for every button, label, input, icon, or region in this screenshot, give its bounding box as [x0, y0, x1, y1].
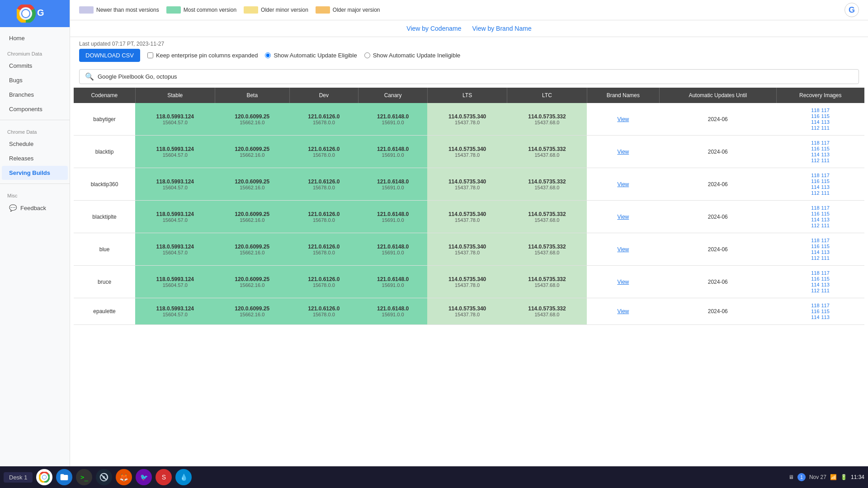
search-bar[interactable]: 🔍: [79, 69, 859, 84]
show-eligible-radio[interactable]: [265, 52, 271, 58]
recovery-link[interactable]: 113: [821, 314, 830, 320]
taskbar-files-app[interactable]: [56, 469, 72, 485]
recovery-link[interactable]: 113: [821, 249, 830, 255]
feedback-label: Feedback: [20, 205, 46, 211]
recovery-link[interactable]: 117: [821, 238, 830, 243]
recovery-link[interactable]: 113: [821, 217, 830, 222]
recovery-link[interactable]: 112: [811, 288, 819, 293]
recovery-link[interactable]: 117: [821, 303, 830, 308]
legend-most-common-label: Most common version: [184, 7, 236, 13]
sidebar-item-releases[interactable]: Releases: [2, 151, 68, 165]
recovery-link[interactable]: 113: [821, 282, 830, 287]
sidebar-item-branches[interactable]: Branches: [2, 88, 68, 102]
download-csv-button[interactable]: DOWNLOAD CSV: [79, 49, 140, 62]
brand-view-link[interactable]: View: [617, 181, 629, 188]
recovery-link[interactable]: 116: [811, 244, 819, 249]
taskbar-steam-app[interactable]: [96, 469, 112, 485]
recovery-link[interactable]: 112: [811, 255, 819, 261]
recovery-link[interactable]: 116: [811, 113, 819, 119]
brand-view-link[interactable]: View: [617, 246, 629, 253]
show-ineligible-radio[interactable]: [364, 52, 370, 58]
recovery-link[interactable]: 116: [811, 178, 819, 184]
recovery-link[interactable]: 114: [811, 152, 819, 157]
recovery-link[interactable]: 111: [821, 223, 830, 228]
taskbar-app7[interactable]: 💧: [175, 469, 192, 485]
show-ineligible-label-text: Show Automatic Update Ineligible: [373, 52, 461, 59]
taskbar-notification-badge: 1: [797, 473, 806, 481]
recovery-link[interactable]: 111: [821, 158, 830, 163]
recovery-link[interactable]: 111: [821, 255, 830, 261]
beta-cell: 120.0.6099.25 15662.16.0: [215, 298, 289, 325]
chromium-section-label: Chromium Data: [0, 46, 70, 58]
recovery-link[interactable]: 118: [811, 303, 819, 308]
brand-view-link[interactable]: View: [617, 149, 629, 155]
recovery-link[interactable]: 117: [821, 140, 830, 145]
brand-view-link[interactable]: View: [617, 308, 629, 314]
brand-cell: View: [587, 103, 659, 136]
brand-view-link[interactable]: View: [617, 279, 629, 285]
schedule-label: Schedule: [9, 141, 33, 147]
recovery-link[interactable]: 118: [811, 238, 819, 243]
recovery-link[interactable]: 112: [811, 223, 819, 228]
recovery-link[interactable]: 118: [811, 270, 819, 276]
recovery-link[interactable]: 112: [811, 190, 819, 196]
recovery-link[interactable]: 115: [821, 211, 830, 216]
recovery-link[interactable]: 114: [811, 119, 819, 125]
recovery-link[interactable]: 113: [821, 184, 830, 190]
enterprise-checkbox-label[interactable]: Keep enterprise pin columns expanded: [147, 52, 258, 59]
recovery-link[interactable]: 118: [811, 140, 819, 145]
taskbar-app4[interactable]: 🦊: [116, 469, 132, 485]
brand-view-link[interactable]: View: [617, 214, 629, 220]
show-ineligible-radio-label[interactable]: Show Automatic Update Ineligible: [364, 52, 461, 59]
taskbar-terminal-app[interactable]: >_: [76, 469, 92, 485]
taskbar-chrome-app[interactable]: [36, 469, 52, 485]
sidebar-item-serving-builds[interactable]: Serving Builds: [2, 166, 68, 180]
taskbar-app6[interactable]: S: [156, 469, 172, 485]
enterprise-checkbox[interactable]: [147, 52, 153, 58]
search-input[interactable]: [98, 73, 853, 80]
view-by-codename-link[interactable]: View by Codename: [406, 25, 461, 32]
recovery-link[interactable]: 116: [811, 309, 819, 314]
recovery-link[interactable]: 113: [821, 152, 830, 157]
recovery-link[interactable]: 111: [821, 190, 830, 196]
recovery-link[interactable]: 115: [821, 146, 830, 151]
recovery-link[interactable]: 114: [811, 282, 819, 287]
recovery-link[interactable]: 117: [821, 173, 830, 178]
recovery-link[interactable]: 115: [821, 244, 830, 249]
sidebar-item-commits[interactable]: Commits: [2, 59, 68, 73]
recovery-link[interactable]: 117: [821, 205, 830, 211]
sidebar-item-home[interactable]: Home: [2, 31, 68, 45]
ltc-cell: 114.0.5735.332 15437.68.0: [507, 136, 587, 168]
taskbar-app5[interactable]: 🐦: [136, 469, 152, 485]
recovery-link[interactable]: 114: [811, 184, 819, 190]
recovery-link[interactable]: 116: [811, 276, 819, 282]
recovery-link[interactable]: 117: [821, 270, 830, 276]
recovery-cell: 118117116115114113112111: [776, 233, 864, 266]
taskbar-desk[interactable]: Desk 1: [4, 472, 33, 483]
recovery-link[interactable]: 114: [811, 249, 819, 255]
recovery-link[interactable]: 116: [811, 146, 819, 151]
sidebar-item-schedule[interactable]: Schedule: [2, 137, 68, 151]
recovery-link[interactable]: 114: [811, 314, 819, 320]
recovery-link[interactable]: 118: [811, 173, 819, 178]
sidebar-item-bugs[interactable]: Bugs: [2, 73, 68, 87]
recovery-link[interactable]: 112: [811, 125, 819, 131]
recovery-link[interactable]: 118: [811, 205, 819, 211]
recovery-link[interactable]: 112: [811, 158, 819, 163]
recovery-link[interactable]: 117: [821, 108, 830, 113]
sidebar-item-components[interactable]: Components: [2, 102, 68, 116]
recovery-link[interactable]: 111: [821, 125, 830, 131]
show-eligible-radio-label[interactable]: Show Automatic Update Eligible: [265, 52, 357, 59]
recovery-link[interactable]: 113: [821, 119, 830, 125]
sidebar-item-feedback[interactable]: 💬 Feedback: [2, 201, 68, 215]
recovery-link[interactable]: 115: [821, 113, 830, 119]
recovery-link[interactable]: 118: [811, 108, 819, 113]
recovery-link[interactable]: 116: [811, 211, 819, 216]
recovery-link[interactable]: 114: [811, 217, 819, 222]
recovery-link[interactable]: 115: [821, 178, 830, 184]
recovery-link[interactable]: 115: [821, 309, 830, 314]
brand-view-link[interactable]: View: [617, 116, 629, 122]
recovery-link[interactable]: 111: [821, 288, 830, 293]
view-by-brand-link[interactable]: View by Brand Name: [472, 25, 531, 32]
recovery-link[interactable]: 115: [821, 276, 830, 282]
